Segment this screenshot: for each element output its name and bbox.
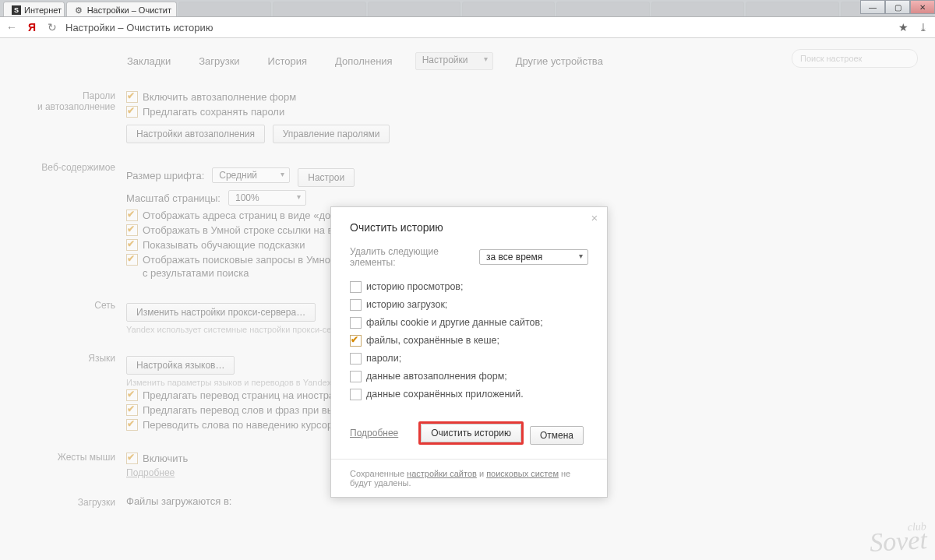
checkbox-label: историю загрузок; bbox=[366, 298, 447, 312]
checkbox-history[interactable]: историю просмотров; bbox=[350, 280, 588, 294]
font-size-select[interactable]: Средний bbox=[212, 167, 290, 183]
gear-icon bbox=[75, 5, 84, 15]
checkbox-icon bbox=[126, 91, 138, 103]
nav-addons[interactable]: Дополнения bbox=[330, 52, 398, 70]
tab-blurred[interactable] bbox=[746, 2, 838, 17]
proxy-settings-button[interactable]: Изменить настройки прокси-сервера… bbox=[126, 303, 316, 322]
password-manage-button[interactable]: Управление паролями bbox=[273, 125, 390, 143]
delete-range-label: Удалить следующие элементы: bbox=[350, 246, 471, 268]
address-text[interactable]: Настройки – Очистить историю bbox=[65, 22, 890, 33]
close-window-button[interactable]: ✕ bbox=[910, 0, 935, 14]
section-label: Загрузки bbox=[0, 495, 126, 508]
tab-blurred[interactable] bbox=[178, 2, 271, 17]
cancel-button[interactable]: Отмена bbox=[530, 426, 584, 445]
checkbox-savepw[interactable]: Предлагать сохранять пароли bbox=[126, 105, 935, 118]
tab-blurred[interactable] bbox=[462, 2, 555, 17]
time-range-select[interactable]: за все время bbox=[479, 249, 588, 265]
dialog-more-link[interactable]: Подробнее bbox=[350, 428, 398, 438]
checkbox-label: Показывать обучающие подсказки bbox=[143, 238, 305, 252]
checkbox-autofill[interactable]: Включить автозаполнение форм bbox=[126, 90, 935, 104]
checkbox-label: файлы cookie и другие данные сайтов; bbox=[366, 316, 543, 329]
checkbox-label: историю просмотров; bbox=[366, 280, 464, 294]
download-path-label: Файлы загружаются в: bbox=[126, 495, 231, 507]
checkbox-icon bbox=[126, 106, 138, 118]
nav-settings[interactable]: Настройки bbox=[415, 52, 493, 70]
site-settings-link[interactable]: настройки сайтов bbox=[407, 469, 477, 478]
mouse-more-link[interactable]: Подробнее bbox=[126, 467, 175, 478]
checkbox-passwords[interactable]: пароли; bbox=[350, 352, 588, 365]
nav-history[interactable]: История bbox=[263, 52, 312, 70]
checkbox-label: данные автозаполнения форм; bbox=[366, 370, 507, 383]
checkbox-icon bbox=[126, 389, 138, 401]
dialog-footer: Сохраненные настройки сайтов и поисковых… bbox=[331, 459, 607, 497]
checkbox-icon bbox=[126, 453, 138, 464]
settings-search-input[interactable]: Поиск настроек bbox=[792, 49, 918, 68]
search-engines-link[interactable]: поисковых систем bbox=[486, 469, 559, 478]
checkbox-icon bbox=[126, 254, 138, 266]
tab-blurred[interactable] bbox=[368, 2, 460, 17]
back-icon[interactable]: ← bbox=[5, 21, 19, 33]
tab-label: Настройки – Очистит bbox=[87, 5, 171, 15]
checkbox-icon bbox=[350, 281, 362, 293]
maximize-button[interactable]: ▢ bbox=[885, 0, 910, 14]
clear-history-highlight: Очистить историю bbox=[418, 421, 524, 445]
checkbox-icon bbox=[126, 224, 138, 236]
zoom-label: Масштаб страницы: bbox=[126, 192, 221, 204]
tab-blurred[interactable] bbox=[556, 2, 649, 17]
checkbox-icon bbox=[350, 335, 362, 347]
checkbox-icon bbox=[350, 317, 362, 329]
reload-icon[interactable]: ↻ bbox=[45, 21, 59, 33]
yandex-logo-icon[interactable]: Я bbox=[25, 21, 39, 33]
checkbox-icon bbox=[350, 353, 362, 365]
checkbox-label: пароли; bbox=[366, 352, 401, 365]
section-label: Веб-содержимое bbox=[0, 160, 126, 281]
checkbox-autofill-data[interactable]: данные автозаполнения форм; bbox=[350, 370, 588, 383]
watermark-top: club bbox=[869, 520, 926, 536]
checkbox-icon bbox=[126, 210, 138, 221]
section-label: Жесты мыши bbox=[0, 450, 126, 478]
tab-blurred[interactable] bbox=[651, 2, 744, 17]
settings-page: Закладки Загрузки История Дополнения Нас… bbox=[0, 38, 935, 560]
checkbox-icon bbox=[350, 371, 362, 382]
download-icon[interactable]: ⤓ bbox=[916, 21, 930, 33]
checkbox-icon bbox=[126, 239, 138, 251]
fonts-settings-button[interactable]: Настрои bbox=[298, 168, 355, 187]
tab-internet[interactable]: S Интернет bbox=[3, 2, 65, 17]
checkbox-cache[interactable]: файлы, сохранённые в кеше; bbox=[350, 334, 588, 347]
close-dialog-icon[interactable]: × bbox=[588, 212, 601, 224]
section-passwords: Пароли и автозаполнение Включить автозап… bbox=[0, 78, 935, 150]
checkbox-icon bbox=[350, 299, 362, 311]
nav-bookmarks[interactable]: Закладки bbox=[122, 52, 176, 70]
checkbox-icon bbox=[126, 404, 138, 416]
footer-text: Сохраненные bbox=[350, 469, 407, 478]
nav-other-devices[interactable]: Другие устройства bbox=[510, 52, 609, 70]
clear-history-button[interactable]: Очистить историю bbox=[421, 424, 521, 442]
tab-label: Интернет bbox=[24, 5, 62, 15]
checkbox-app-data[interactable]: данные сохранённых приложений. bbox=[350, 388, 588, 401]
checkbox-icon bbox=[126, 419, 138, 431]
dialog-title: Очистить историю bbox=[350, 221, 588, 234]
window-buttons: — ▢ ✕ bbox=[860, 0, 935, 14]
nav-downloads[interactable]: Загрузки bbox=[193, 52, 245, 70]
section-label: Пароли и автозаполнение bbox=[0, 89, 126, 143]
tab-settings[interactable]: Настройки – Очистит × bbox=[66, 2, 177, 17]
search-placeholder: Поиск настроек bbox=[800, 54, 862, 63]
favicon-s: S bbox=[12, 5, 21, 15]
checkbox-label: файлы, сохранённые в кеше; bbox=[366, 334, 499, 347]
tab-strip: S Интернет Настройки – Очистит × — ▢ ✕ bbox=[0, 0, 935, 17]
checkbox-cookies[interactable]: файлы cookie и другие данные сайтов; bbox=[350, 316, 588, 329]
language-settings-button[interactable]: Настройка языков… bbox=[126, 356, 235, 375]
autofill-settings-button[interactable]: Настройки автозаполнения bbox=[126, 125, 265, 143]
checkbox-download-history[interactable]: историю загрузок; bbox=[350, 298, 588, 312]
watermark: club Sovet bbox=[869, 520, 928, 558]
watermark-main: Sovet bbox=[870, 525, 928, 557]
star-icon[interactable]: ★ bbox=[896, 21, 910, 33]
checkbox-label: Предлагать сохранять пароли bbox=[143, 105, 284, 118]
font-size-label: Размер шрифта: bbox=[126, 170, 204, 181]
minimize-button[interactable]: — bbox=[860, 0, 885, 14]
address-bar: ← Я ↻ Настройки – Очистить историю ★ ⤓ bbox=[0, 17, 935, 38]
tab-blurred[interactable] bbox=[273, 2, 365, 17]
section-label: Языки bbox=[0, 351, 126, 433]
footer-text: и bbox=[477, 469, 486, 478]
zoom-select[interactable]: 100% bbox=[228, 190, 306, 206]
